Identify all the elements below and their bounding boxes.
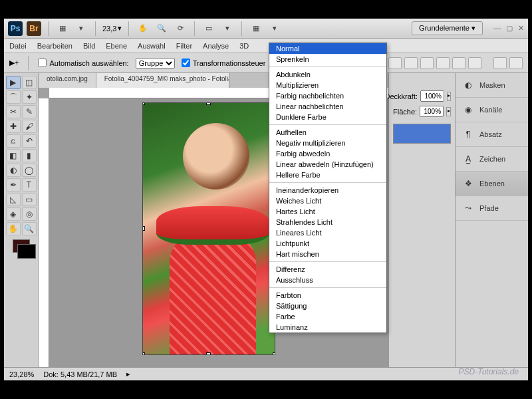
menu-edit[interactable]: Bearbeiten: [37, 42, 72, 50]
layer-row[interactable]: [393, 124, 451, 144]
arrange-icon[interactable]: ▦: [249, 21, 263, 36]
heal-tool[interactable]: ✚: [6, 120, 21, 133]
panel-paths[interactable]: ⤳Pfade: [456, 196, 528, 221]
align-button[interactable]: [452, 57, 466, 69]
crop-tool[interactable]: ✂: [6, 105, 21, 118]
status-zoom[interactable]: 23,28%: [9, 370, 34, 378]
blend-mode-item[interactable]: Luminanz: [269, 322, 386, 332]
chevron-down-icon[interactable]: ▾: [74, 21, 88, 36]
blend-mode-item[interactable]: Sättigung: [269, 301, 386, 311]
distribute-button[interactable]: [493, 57, 507, 69]
transform-controls-checkbox[interactable]: Transformationssteuer: [182, 59, 266, 67]
eraser-tool[interactable]: ◧: [6, 149, 21, 162]
pen-tool[interactable]: ✒: [6, 178, 21, 192]
transform-handle[interactable]: [142, 102, 145, 105]
color-swatches[interactable]: [13, 239, 30, 253]
move-tool-icon[interactable]: ▶+: [9, 59, 19, 67]
eyedropper-tool[interactable]: ✎: [22, 105, 37, 118]
blend-mode-item[interactable]: Farbe: [269, 311, 386, 322]
menu-select[interactable]: Auswahl: [138, 42, 166, 50]
lasso-tool[interactable]: ⌒: [6, 90, 21, 104]
panel-masks[interactable]: ◐Masken: [456, 73, 528, 98]
shape-tool[interactable]: ▭: [22, 193, 37, 206]
menu-analysis[interactable]: Analyse: [203, 42, 229, 50]
brush-tool[interactable]: 🖌: [22, 120, 37, 133]
blend-mode-item[interactable]: Hart mischen: [269, 249, 386, 259]
bridge-icon[interactable]: Br: [27, 21, 41, 36]
panel-character[interactable]: A̲Zeichen: [456, 147, 528, 172]
auto-select-checkbox[interactable]: Automatisch auswählen:: [38, 59, 128, 67]
chevron-down-icon[interactable]: ▾: [220, 21, 235, 36]
blend-mode-item[interactable]: Differenz: [269, 264, 386, 275]
transform-handle[interactable]: [206, 352, 211, 355]
minimize-icon[interactable]: —: [493, 24, 501, 33]
chevron-down-icon[interactable]: ▾: [267, 21, 282, 36]
blend-mode-item[interactable]: Lineares Licht: [269, 227, 386, 238]
blend-mode-item[interactable]: Lichtpunkt: [269, 238, 386, 249]
opacity-input[interactable]: [420, 90, 444, 102]
panel-layers[interactable]: ❖Ebenen: [456, 172, 528, 196]
blend-mode-item[interactable]: Farbig nachbelichten: [269, 90, 386, 101]
blend-mode-item[interactable]: Negativ multiplizieren: [269, 138, 386, 148]
blend-mode-item[interactable]: Sprenkeln: [269, 54, 386, 65]
menu-file[interactable]: Datei: [9, 42, 27, 50]
close-icon[interactable]: ✕: [518, 24, 524, 33]
document-tab[interactable]: otolia.com.jpg: [39, 73, 96, 88]
auto-select-dropdown[interactable]: Gruppe: [136, 58, 175, 68]
dodge-tool[interactable]: ◯: [22, 164, 37, 177]
chevron-right-icon[interactable]: ▸: [447, 92, 451, 101]
blend-mode-item[interactable]: Ineinanderkopieren: [269, 185, 386, 196]
screen-mode-icon[interactable]: ▭: [201, 21, 216, 36]
image-layer[interactable]: [142, 102, 275, 355]
blend-mode-item[interactable]: Farbig abwedeln: [269, 148, 386, 159]
transform-handle[interactable]: [142, 226, 145, 231]
type-tool[interactable]: T: [22, 178, 37, 192]
zoom-tool[interactable]: 🔍: [22, 222, 37, 235]
fill-input[interactable]: [420, 106, 444, 117]
rotate-icon[interactable]: ⟳: [173, 21, 188, 36]
hand-icon[interactable]: ✋: [136, 21, 150, 36]
maximize-icon[interactable]: ▢: [506, 24, 513, 33]
history-brush-tool[interactable]: ↶: [22, 134, 37, 148]
blend-mode-item[interactable]: Ausschluss: [269, 275, 386, 285]
blend-mode-item[interactable]: Linear abwedeln (Hinzufügen): [269, 159, 386, 170]
photoshop-icon[interactable]: Ps: [8, 21, 23, 36]
transform-handle[interactable]: [142, 352, 145, 355]
menu-image[interactable]: Bild: [83, 42, 95, 50]
blend-mode-item[interactable]: Abdunkeln: [269, 69, 386, 80]
menu-layer[interactable]: Ebene: [106, 42, 127, 50]
workspace-selector[interactable]: Grundelemente ▾: [412, 21, 483, 35]
marquee-tool[interactable]: ◫: [22, 76, 37, 89]
3d-camera-tool[interactable]: ◎: [22, 207, 37, 221]
transform-handle[interactable]: [206, 102, 211, 105]
blend-mode-item[interactable]: Normal: [269, 43, 386, 54]
zoom-icon[interactable]: 🔍: [154, 21, 169, 36]
blend-mode-item[interactable]: Aufhellen: [269, 127, 386, 138]
blend-mode-item[interactable]: Multiplizieren: [269, 80, 386, 90]
gradient-tool[interactable]: ▮: [22, 149, 37, 162]
hand-tool[interactable]: ✋: [6, 222, 21, 235]
menu-filter[interactable]: Filter: [176, 42, 192, 50]
layout-icon[interactable]: ▦: [55, 21, 70, 36]
blend-mode-item[interactable]: Dunklere Farbe: [269, 112, 386, 122]
3d-tool[interactable]: ◈: [6, 207, 21, 221]
panel-paragraph[interactable]: ¶Absatz: [456, 122, 528, 147]
blend-mode-item[interactable]: Linear nachbelichten: [269, 101, 386, 112]
chevron-right-icon[interactable]: ▸: [126, 370, 130, 378]
blend-mode-item[interactable]: Strahlendes Licht: [269, 217, 386, 227]
menu-3d[interactable]: 3D: [239, 42, 249, 50]
path-tool[interactable]: ◺: [6, 193, 21, 206]
blend-mode-item[interactable]: Weiches Licht: [269, 196, 386, 206]
blend-mode-item[interactable]: Hartes Licht: [269, 206, 386, 217]
stamp-tool[interactable]: ⎌: [6, 134, 21, 148]
wand-tool[interactable]: ✦: [22, 90, 37, 104]
chevron-down-icon[interactable]: ▾: [118, 24, 122, 33]
panel-channels[interactable]: ◉Kanäle: [456, 98, 528, 122]
align-button[interactable]: [436, 57, 450, 69]
align-button[interactable]: [404, 57, 418, 69]
blur-tool[interactable]: ◐: [6, 164, 21, 177]
chevron-right-icon[interactable]: ▸: [446, 107, 451, 116]
distribute-button[interactable]: [509, 57, 523, 69]
align-button[interactable]: [388, 57, 402, 69]
blend-mode-item[interactable]: Hellere Farbe: [269, 170, 386, 180]
